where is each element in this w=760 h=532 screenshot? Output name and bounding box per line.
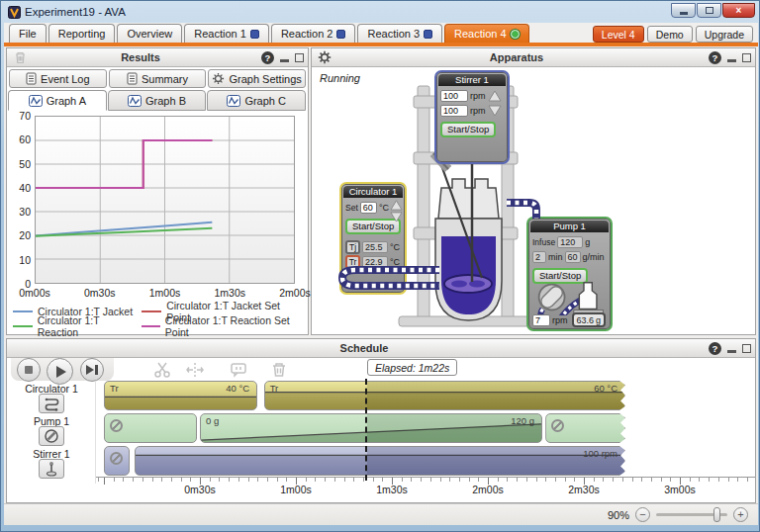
y-axis-tick-label: 30 (7, 206, 31, 218)
reaction-status-icon (250, 30, 259, 39)
panel-minimize-icon[interactable] (280, 59, 289, 62)
schedule-block[interactable] (545, 413, 625, 443)
schedule-block[interactable]: 0 g120 g (200, 413, 542, 443)
trash-icon[interactable] (270, 361, 288, 379)
tab-graph-b[interactable]: Graph B (108, 90, 207, 111)
stirrer-device-button[interactable] (39, 459, 64, 479)
unit-label: g (585, 237, 590, 247)
schedule-block[interactable]: Tr40 °C (104, 381, 257, 410)
stirrer-start-stop-button[interactable]: Start/Stop (440, 122, 496, 137)
increment-arrow[interactable] (390, 200, 403, 211)
plot-area[interactable] (35, 116, 295, 284)
help-icon[interactable]: ? (709, 342, 721, 355)
maximize-button[interactable] (697, 3, 721, 18)
disabled-icon (551, 419, 564, 432)
help-icon[interactable]: ? (261, 51, 274, 64)
panel-maximize-icon[interactable] (295, 53, 304, 62)
circulator-setpoint-input[interactable]: 60 (360, 202, 377, 214)
decrement-arrow[interactable] (488, 105, 502, 117)
tab-reporting[interactable]: Reporting (48, 24, 116, 43)
zoom-slider-thumb[interactable] (713, 507, 720, 522)
demo-button[interactable]: Demo (647, 26, 693, 43)
legend-swatch (142, 325, 160, 327)
tab-graph-a[interactable]: Graph A (8, 90, 107, 111)
tab-file[interactable]: File (9, 24, 47, 43)
time-axis-label: 2m00s (466, 484, 510, 495)
cut-icon[interactable] (153, 361, 171, 379)
trash-icon[interactable] (14, 50, 27, 64)
tr-value: 22.9 (362, 256, 388, 268)
nudge-icon[interactable] (186, 361, 204, 379)
schedule-block[interactable] (104, 413, 197, 443)
schedule-block[interactable]: Tr60 °C (264, 381, 625, 410)
tab-graph-c[interactable]: Graph C (207, 90, 306, 111)
waveform-icon (128, 95, 142, 107)
infuse-mass-field[interactable]: 120 (557, 236, 583, 248)
chart-area: 0102030405060700m00s0m30s1m00s1m30s2m00s (7, 112, 308, 302)
upgrade-button[interactable]: Upgrade (696, 26, 753, 43)
decrement-arrow[interactable] (390, 212, 403, 222)
title-bar[interactable]: Experiment19 - AVA × (1, 1, 760, 23)
waveform-icon (227, 95, 240, 107)
stirrer-actual-value[interactable]: 100 (440, 105, 468, 117)
gear-icon[interactable] (318, 50, 332, 64)
tab-overview[interactable]: Overview (117, 24, 182, 43)
event-log-button[interactable]: Event Log (9, 69, 107, 88)
close-button[interactable]: × (722, 3, 755, 18)
waveform-icon (29, 95, 43, 107)
x-axis-tick-label: 1m00s (143, 287, 187, 299)
panel-minimize-icon[interactable] (727, 59, 736, 62)
skip-to-end-button[interactable] (80, 358, 104, 382)
help-icon[interactable]: ? (709, 51, 721, 64)
unit-label: rpm (470, 91, 486, 101)
infuse-rate-field[interactable]: 60 (565, 251, 581, 263)
schedule-block[interactable]: 100 rpm (135, 446, 625, 476)
stirrer-setpoint-input[interactable]: 100 (440, 90, 468, 102)
panel-maximize-icon[interactable] (742, 344, 751, 353)
elapsed-marker-line (365, 379, 367, 481)
tab-reaction-2[interactable]: Reaction 2 (271, 24, 356, 43)
tab-reaction-1[interactable]: Reaction 1 (184, 24, 269, 43)
graph-settings-button[interactable]: Graph Settings (208, 69, 306, 88)
disabled-icon (110, 452, 123, 465)
chart-legend: Circulator 1:T JacketCirculator 1:T Jack… (13, 304, 306, 333)
unit-label: rpm (552, 315, 568, 325)
increment-arrow[interactable] (488, 90, 502, 102)
tab-reaction-4[interactable]: Reaction 4 (444, 24, 529, 43)
schedule-timeline[interactable]: Tr40 °CTr60 °C0 g120 g100 rpm (96, 381, 755, 484)
legend-swatch (13, 325, 33, 327)
y-axis-tick-label: 40 (7, 182, 31, 194)
time-axis-label: 1m30s (370, 484, 414, 495)
tab-reaction-3[interactable]: Reaction 3 (357, 24, 442, 43)
annotation-icon[interactable] (230, 361, 247, 379)
legend-swatch (13, 310, 33, 312)
tr-button[interactable]: Tr (345, 255, 360, 269)
minimize-button[interactable] (671, 3, 696, 18)
level-4-button[interactable]: Level 4 (593, 26, 644, 43)
zoom-in-button[interactable]: + (733, 507, 748, 522)
panel-maximize-icon[interactable] (742, 53, 751, 62)
apparatus-panel: Apparatus ? Running (311, 47, 756, 335)
legend-series-name: Circulator 1:T Reaction Set Point (165, 314, 306, 338)
pump-widget: Pump 1 Infuse 120 g 2 min 60 g/min Start… (526, 217, 613, 331)
legend-item: Circulator 1:T Reaction Set Point (142, 318, 306, 333)
circulator-device-button[interactable] (39, 394, 64, 413)
x-axis-tick-label: 0m00s (13, 287, 56, 299)
main-tab-bar: File Reporting Overview Reaction 1 React… (4, 23, 758, 43)
zoom-slider[interactable] (656, 513, 727, 516)
coil-icon (43, 396, 60, 411)
infuse-time-field[interactable]: 2 (532, 251, 546, 263)
stop-button[interactable] (17, 358, 41, 382)
gear-icon (212, 72, 225, 85)
x-axis-tick-label: 0m30s (78, 287, 122, 299)
pump-device-button[interactable] (39, 426, 64, 446)
tj-button[interactable]: Tj (345, 240, 360, 254)
y-axis-tick-label: 70 (7, 110, 31, 122)
unit-label: °C (379, 203, 389, 213)
schedule-block[interactable] (104, 446, 130, 476)
zoom-out-button[interactable]: − (635, 507, 650, 522)
block-end-label: 100 rpm (583, 448, 618, 459)
pump-speed-field[interactable]: 7 (532, 314, 550, 326)
summary-button[interactable]: Summary (109, 69, 207, 88)
panel-minimize-icon[interactable] (727, 350, 736, 353)
